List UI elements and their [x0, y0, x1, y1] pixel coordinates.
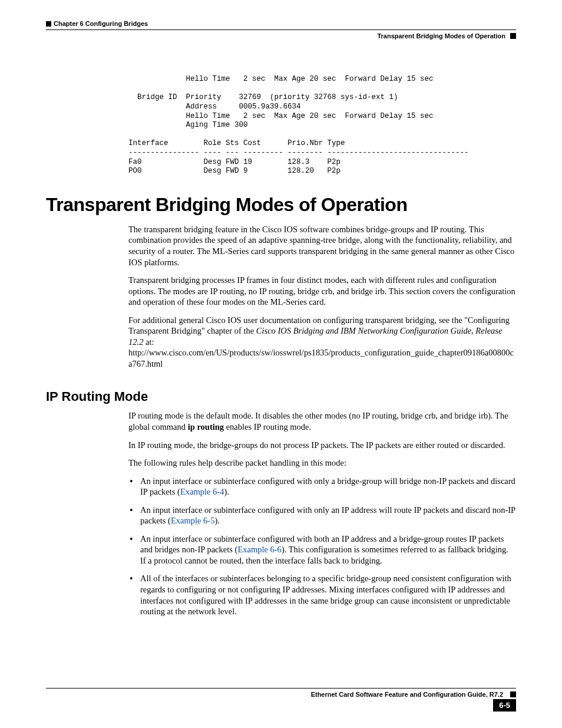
- section-header-text: Transparent Bridging Modes of Operation: [377, 32, 505, 39]
- url-text: http://www.cisco.com/en/US/products/sw/i…: [128, 348, 514, 368]
- bullet-list: An input interface or subinterface confi…: [128, 476, 516, 617]
- bullet-square-icon: [46, 21, 51, 27]
- list-item: All of the interfaces or subinterfaces b…: [128, 573, 516, 617]
- section-header-row: Transparent Bridging Modes of Operation: [46, 32, 516, 39]
- paragraph: IP routing mode is the default mode. It …: [128, 410, 516, 432]
- page-number-row: 6-5: [46, 699, 516, 711]
- paragraph: The transparent bridging feature in the …: [128, 224, 516, 268]
- text: at:: [143, 337, 154, 347]
- paragraph: For additional general Cisco IOS user do…: [128, 315, 516, 370]
- subsection-title: IP Routing Mode: [46, 389, 516, 404]
- text: ).: [214, 516, 219, 525]
- text: ).: [224, 487, 229, 496]
- footer-title: Ethernet Card Software Feature and Confi…: [311, 691, 503, 698]
- list-item: An input interface or subinterface confi…: [128, 533, 516, 566]
- running-header: Chapter 6 Configuring Bridges: [46, 18, 516, 30]
- list-item: An input interface or subinterface confi…: [128, 505, 516, 526]
- list-item: An input interface or subinterface confi…: [128, 476, 516, 498]
- section-body: The transparent bridging feature in the …: [128, 224, 516, 370]
- page: Chapter 6 Configuring Bridges Transparen…: [0, 0, 562, 728]
- bullet-square-icon: [510, 691, 516, 697]
- paragraph: Transparent bridging processes IP frames…: [128, 275, 516, 308]
- paragraph: The following rules help describe packet…: [128, 457, 516, 469]
- example-link[interactable]: Example 6-6: [237, 545, 282, 554]
- command-text: ip routing: [188, 422, 224, 431]
- footer-row: Ethernet Card Software Feature and Confi…: [46, 691, 516, 698]
- section-title: Transparent Bridging Modes of Operation: [46, 194, 516, 216]
- text: enables IP routing mode.: [224, 422, 311, 431]
- text: IP routing mode is the default mode. It …: [128, 411, 508, 431]
- subsection-body: IP routing mode is the default mode. It …: [128, 410, 516, 617]
- page-number: 6-5: [493, 699, 516, 711]
- page-footer: Ethernet Card Software Feature and Confi…: [46, 688, 516, 711]
- footer-rule: [46, 688, 516, 689]
- terminal-output: Hello Time 2 sec Max Age 20 sec Forward …: [128, 75, 516, 176]
- terminal-block: Hello Time 2 sec Max Age 20 sec Forward …: [128, 75, 516, 176]
- chapter-label: Chapter 6 Configuring Bridges: [54, 20, 148, 27]
- example-link[interactable]: Example 6-5: [171, 516, 215, 525]
- paragraph: In IP routing mode, the bridge-groups do…: [128, 440, 516, 451]
- example-link[interactable]: Example 6-4: [180, 487, 224, 496]
- bullet-square-icon: [510, 33, 516, 39]
